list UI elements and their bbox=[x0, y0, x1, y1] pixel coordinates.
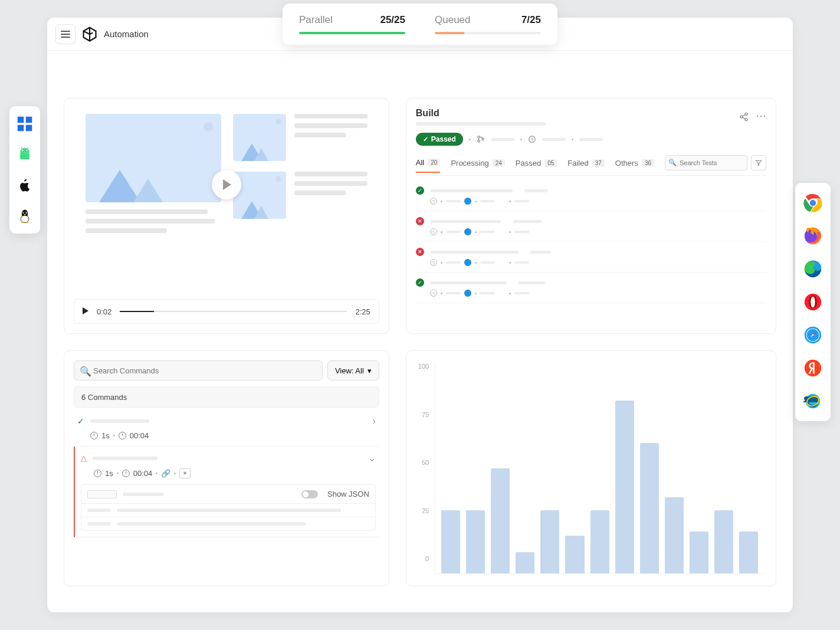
chrome-icon[interactable] bbox=[802, 192, 823, 214]
svg-point-13 bbox=[23, 212, 24, 213]
browser-mini-icon: 🌐 bbox=[464, 290, 471, 297]
view-filter-button[interactable]: View: All▾ bbox=[327, 360, 379, 380]
svg-rect-1 bbox=[26, 117, 32, 123]
queued-status: Queued 7/25 bbox=[435, 14, 541, 34]
command-row[interactable]: △⌄ 1s00:04🔗✶ Show JSON bbox=[74, 447, 379, 537]
parallel-label: Parallel bbox=[299, 14, 333, 26]
logo-icon bbox=[81, 26, 98, 42]
chart-bar bbox=[640, 443, 659, 573]
chart-bar bbox=[540, 510, 559, 573]
test-row[interactable]: ✓ ◷🌐 bbox=[416, 273, 766, 303]
parallel-status: Parallel 25/25 bbox=[299, 14, 405, 34]
link-icon[interactable]: 🔗 bbox=[161, 469, 170, 478]
chart-bar bbox=[739, 531, 758, 573]
search-icon: 🔍 bbox=[80, 366, 91, 377]
clock-icon bbox=[94, 470, 101, 477]
time-total: 2:25 bbox=[355, 307, 370, 316]
linux-icon[interactable] bbox=[15, 206, 34, 225]
chart-bar bbox=[665, 497, 684, 573]
safari-icon[interactable] bbox=[802, 324, 823, 346]
time-current: 0:02 bbox=[97, 307, 111, 316]
browser-mini-icon: 🌐 bbox=[464, 198, 471, 205]
svg-rect-2 bbox=[18, 125, 24, 132]
windows-icon[interactable] bbox=[15, 114, 34, 133]
tab-processing[interactable]: Processing24 bbox=[451, 159, 504, 172]
stopwatch-icon bbox=[119, 432, 126, 439]
queued-value: 7/25 bbox=[521, 14, 541, 26]
tab-failed[interactable]: Failed37 bbox=[567, 159, 605, 172]
debug-icon[interactable]: ✶ bbox=[179, 468, 191, 478]
filter-button[interactable] bbox=[751, 155, 766, 170]
svg-point-34 bbox=[478, 136, 480, 139]
chart-bar bbox=[565, 536, 584, 573]
svg-point-17 bbox=[810, 200, 816, 206]
play-overlay-button[interactable] bbox=[212, 170, 241, 199]
svg-point-31 bbox=[745, 119, 747, 121]
android-icon[interactable] bbox=[15, 145, 34, 164]
build-title: Build bbox=[416, 108, 546, 119]
os-palette bbox=[9, 106, 40, 234]
browser-palette bbox=[795, 183, 831, 421]
command-row[interactable]: ✓› 1s00:04 bbox=[74, 410, 379, 447]
build-tabs: All20 Processing24 Passed05 Failed37 Oth… bbox=[416, 155, 766, 176]
svg-line-33 bbox=[743, 117, 746, 119]
queued-label: Queued bbox=[435, 14, 471, 26]
chart-bar bbox=[714, 510, 733, 573]
tab-passed[interactable]: Passed05 bbox=[516, 159, 557, 172]
test-row[interactable]: ✕ ◷🌐 bbox=[416, 242, 766, 273]
queue-status-panel: Parallel 25/25 Queued 7/25 bbox=[283, 4, 557, 45]
chevron-down-icon: ⌄ bbox=[368, 452, 376, 464]
video-preview-card: 0:02 2:25 bbox=[64, 98, 389, 334]
status-pass-icon: ✓ bbox=[416, 278, 424, 287]
status-fail-icon: ✕ bbox=[416, 248, 424, 256]
hamburger-icon bbox=[61, 31, 70, 38]
menu-button[interactable] bbox=[55, 24, 76, 44]
svg-point-35 bbox=[478, 140, 480, 143]
check-icon: ✓ bbox=[77, 416, 84, 426]
warning-icon: △ bbox=[81, 454, 87, 462]
share-icon[interactable] bbox=[739, 112, 749, 122]
svg-line-8 bbox=[27, 147, 28, 149]
svg-rect-4 bbox=[20, 153, 29, 159]
clock-icon bbox=[528, 135, 536, 143]
yandex-icon[interactable] bbox=[802, 357, 823, 379]
video-side-list bbox=[233, 114, 368, 293]
search-icon: 🔍 bbox=[668, 159, 677, 166]
app-logo: Automation bbox=[81, 26, 149, 42]
edge-icon[interactable] bbox=[802, 258, 823, 280]
clock-icon: ◷ bbox=[430, 228, 437, 235]
git-icon bbox=[477, 135, 485, 143]
app-title: Automation bbox=[104, 29, 149, 39]
build-status-pill: Passed bbox=[416, 133, 463, 146]
command-detail: Show JSON bbox=[81, 484, 376, 531]
search-tests-input[interactable] bbox=[665, 155, 747, 170]
commands-card: 🔍 View: All▾ 6 Commands ✓› 1s00:04 △⌄ 1s… bbox=[64, 350, 389, 586]
apple-mini-icon bbox=[498, 290, 506, 297]
test-row[interactable]: ✕ ◷🌐 bbox=[416, 211, 766, 242]
firefox-icon[interactable] bbox=[802, 225, 823, 247]
tab-all[interactable]: All20 bbox=[416, 158, 441, 173]
chart-bar bbox=[516, 552, 534, 573]
video-main-thumb bbox=[86, 114, 221, 293]
video-progress[interactable] bbox=[120, 311, 347, 312]
tab-others[interactable]: Others36 bbox=[615, 159, 654, 172]
svg-point-14 bbox=[26, 212, 27, 213]
ie-icon[interactable] bbox=[802, 391, 823, 412]
chevron-right-icon: › bbox=[372, 416, 375, 426]
opera-icon[interactable] bbox=[802, 291, 823, 313]
test-row[interactable]: ✓ ◷🌐 bbox=[416, 181, 766, 211]
stopwatch-icon bbox=[122, 470, 130, 477]
json-toggle[interactable] bbox=[301, 490, 318, 498]
play-button[interactable] bbox=[83, 306, 88, 317]
browser-mini-icon: 🌐 bbox=[464, 259, 471, 266]
svg-rect-0 bbox=[18, 117, 24, 123]
svg-line-32 bbox=[743, 114, 746, 116]
search-commands-input[interactable] bbox=[74, 360, 323, 380]
apple-icon[interactable] bbox=[15, 176, 34, 195]
more-icon[interactable]: ⋯ bbox=[756, 112, 766, 122]
chevron-down-icon: ▾ bbox=[368, 366, 372, 375]
test-list: ✓ ◷🌐 ✕ ◷🌐 ✕ ◷🌐 ✓ ◷🌐 bbox=[416, 181, 766, 303]
chart-bar bbox=[690, 531, 708, 573]
clock-icon bbox=[90, 432, 98, 439]
status-pass-icon: ✓ bbox=[416, 186, 424, 195]
